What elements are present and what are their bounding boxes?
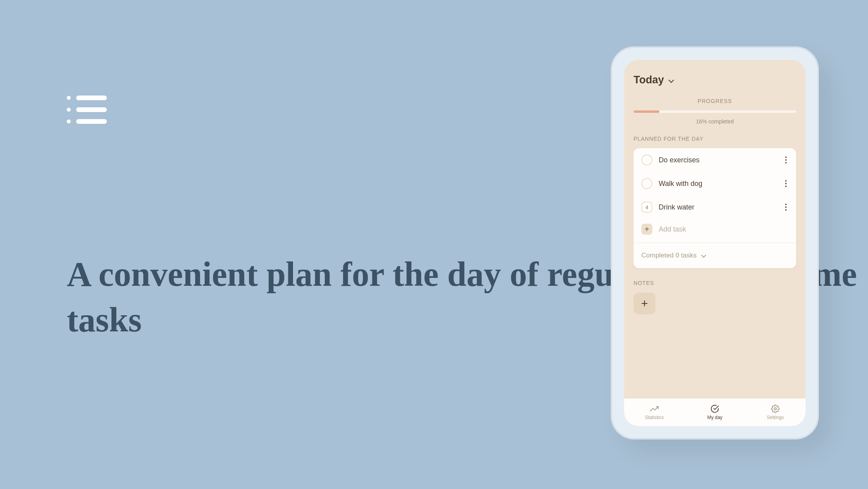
screen-header[interactable]: Today — [634, 74, 796, 86]
nav-my-day[interactable]: My day — [685, 399, 745, 426]
svg-point-0 — [774, 408, 776, 410]
nav-label: Statistics — [645, 415, 664, 420]
add-task-row[interactable]: + Add task — [634, 219, 796, 243]
task-counter[interactable]: 4 — [641, 202, 652, 213]
task-row[interactable]: Walk with dog — [634, 172, 796, 195]
phone-mockup-frame: Today PROGRESS 16% completed PLANNED FOR… — [611, 46, 819, 439]
plus-icon: + — [641, 297, 648, 310]
add-note-button[interactable]: + — [634, 292, 656, 314]
planned-section-label: PLANNED FOR THE DAY — [634, 136, 796, 142]
list-line-icon — [76, 107, 107, 112]
notes-section: NOTES + — [634, 280, 796, 314]
progress-heading: PROGRESS — [634, 98, 796, 104]
check-circle-icon — [711, 404, 719, 413]
progress-fill — [634, 110, 659, 113]
completed-toggle[interactable]: Completed 0 tasks — [634, 243, 796, 268]
list-dot-icon — [67, 96, 71, 100]
list-dot-icon — [67, 108, 71, 112]
phone-screen: Today PROGRESS 16% completed PLANNED FOR… — [624, 60, 806, 426]
date-selector-label: Today — [634, 74, 664, 86]
completed-label: Completed 0 tasks — [641, 252, 697, 259]
app-logo — [67, 96, 107, 124]
task-row[interactable]: Do exercises — [634, 148, 796, 172]
notes-section-label: NOTES — [634, 280, 796, 286]
task-label: Walk with dog — [659, 180, 777, 188]
progress-text: 16% completed — [634, 118, 796, 125]
chevron-down-icon — [701, 253, 705, 257]
tasks-card: Do exercises Walk with dog 4 Drink water… — [634, 148, 796, 268]
task-checkbox[interactable] — [641, 178, 652, 189]
nav-statistics[interactable]: Statistics — [624, 399, 685, 426]
list-line-icon — [76, 96, 107, 100]
task-label: Drink water — [659, 203, 777, 211]
progress-bar — [634, 110, 796, 113]
chevron-down-icon — [668, 77, 674, 83]
nav-label: Settings — [767, 415, 784, 420]
trending-up-icon — [650, 404, 659, 413]
bottom-navigation: Statistics My day Settings — [624, 399, 806, 426]
gear-icon — [771, 404, 780, 413]
more-options-icon[interactable] — [784, 155, 788, 165]
plus-icon: + — [641, 224, 652, 235]
task-row[interactable]: 4 Drink water — [634, 195, 796, 219]
more-options-icon[interactable] — [784, 202, 788, 212]
task-checkbox[interactable] — [641, 154, 652, 165]
progress-section: PROGRESS 16% completed — [634, 98, 796, 125]
task-label: Do exercises — [659, 156, 777, 164]
nav-label: My day — [707, 415, 723, 420]
list-line-icon — [76, 119, 107, 124]
add-task-label: Add task — [659, 225, 686, 233]
nav-settings[interactable]: Settings — [745, 399, 806, 426]
list-dot-icon — [67, 119, 71, 123]
more-options-icon[interactable] — [784, 178, 788, 189]
